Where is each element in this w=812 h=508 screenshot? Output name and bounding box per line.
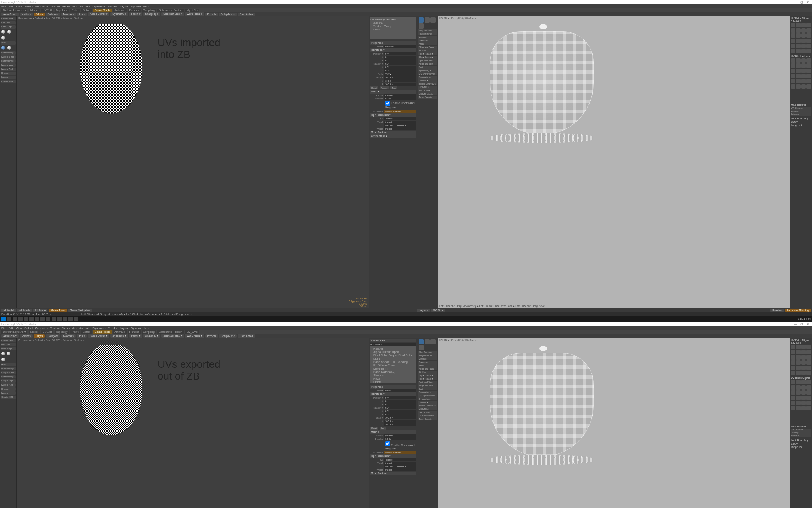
rot-x[interactable]: 0.0° [384,406,416,409]
align-icon[interactable] [806,84,811,89]
align-icon[interactable] [806,401,811,405]
align-icon[interactable] [801,396,806,400]
menu-layout[interactable]: Layout [120,327,129,330]
uvchecker-btn[interactable]: UV-Checker [791,429,811,432]
layout-tab-scripting[interactable]: Scripting [142,330,156,334]
matcap-ball-d[interactable] [1,46,5,50]
align-icon[interactable] [796,39,801,43]
morph-fld[interactable]: (none) [384,462,416,465]
layout-tab-scripting[interactable]: Scripting [142,9,156,12]
bb-right[interactable]: Items and Shading [785,309,811,312]
uvtool-atlas[interactable]: Atlas [418,364,437,367]
align-icon[interactable] [801,366,806,370]
uvtool-fliprotate[interactable]: Flip ▾ Rotate ▾ [418,374,437,377]
align-icon[interactable] [801,360,806,365]
align-icon[interactable] [796,58,801,63]
lockb-hdr[interactable]: Lock Boundary [791,439,811,442]
add-morph-btn[interactable]: Add Morph Influence [384,124,416,127]
uvtool-utilities[interactable]: Utilities ▾ [418,401,437,404]
menu-texture[interactable]: Texture [50,327,60,330]
layout-tab-topology[interactable]: Topology [55,330,69,334]
menu-system[interactable]: System [131,327,141,330]
layout-tab-schematicfusion[interactable]: Schematic Fusion [157,9,184,12]
align-icon[interactable] [806,345,811,349]
align-icon[interactable] [806,33,811,38]
properties-panel-bottom[interactable]: Shader Tree Add Layer ▾ RenderAlpha Outp… [369,338,417,508]
shader-row[interactable]: Shadow [370,374,415,377]
leftpanel-item[interactable]: Morph to Iter (none) [1,371,16,374]
align-icon[interactable] [806,58,811,63]
transform-section[interactable]: Transform ▾ [370,392,416,396]
toolbar-items[interactable]: Items [77,334,87,338]
taskbar-app-icon[interactable] [29,317,34,321]
dissolve-fld[interactable]: 0.0 % [384,437,416,440]
align-icon[interactable] [801,355,806,360]
align-icon[interactable] [796,401,801,405]
bb-tab[interactable]: Game Navigation [68,309,92,312]
layout-tab-topology[interactable]: Topology [55,9,69,12]
add-layer-btn[interactable]: Add Layer ▾ [370,343,416,346]
align-icon[interactable] [791,406,795,410]
tree-item[interactable]: Mesh [370,28,415,31]
align-icon[interactable] [806,28,811,33]
add-morph-btn[interactable]: Add Morph Influence [384,465,416,468]
menu-help[interactable]: Help [143,5,149,8]
toolbar-setupmode[interactable]: Setup Mode [219,13,237,16]
toolbar-setupmode[interactable]: Setup Mode [219,334,237,338]
meshfusion-section[interactable]: Mesh Fusion ▾ [370,131,416,134]
uvtool-selecterroruvs[interactable]: Select Error UVs [418,404,437,407]
align-icon[interactable] [796,371,801,375]
menu-geometry[interactable]: Geometry [35,327,48,330]
close-button[interactable]: ✕ [805,322,811,326]
align-icon[interactable] [791,396,795,400]
atlas-icon[interactable] [430,339,436,344]
align-icon[interactable] [796,380,801,384]
scale-z[interactable]: 100.0 % [384,423,416,426]
rot-y[interactable]: 0.0° [384,66,416,69]
toolbar-presets[interactable]: Presets [205,13,218,16]
align-icon[interactable] [806,49,811,53]
align-icon[interactable] [801,79,806,83]
uv-fld[interactable]: Texture [384,117,416,120]
uv-tools-column-top[interactable]: Map TexturesProject Items HereUnwrapSatu… [417,16,438,308]
uv-viewport-label[interactable]: UV 2D ▾ UDIM (U16) Wireframe [439,339,476,342]
align-icon[interactable] [796,69,801,73]
taskbar-app-icon[interactable] [74,317,78,321]
layout-tab-model[interactable]: Model [29,9,40,12]
layoutbar-left[interactable]: Default Layouts ▾ ModelUVEditTopologyPai… [0,8,812,12]
toolbar-edges[interactable]: Edges [34,334,45,338]
angle-value[interactable]: 40.0 [1,41,16,45]
viewport-uv-bottom[interactable]: UV 2D ▾ UDIM (U16) Wireframe Left Click … [438,338,790,508]
uvtool-fituvs[interactable]: Fit UVs [418,49,437,52]
align-icon[interactable] [806,385,811,390]
matcap-ball[interactable] [7,352,10,355]
imageink-hdr[interactable]: Image Ink [791,446,811,448]
leftpanel-item[interactable]: Create New Vertex Map [1,339,16,342]
enable-cmd-regions-check[interactable] [385,441,390,446]
uv-aligners-panel-bottom[interactable]: UV Extra Aligns & Moves UV Block Aligner… [790,338,812,508]
align-icon[interactable] [791,355,795,360]
menu-file[interactable]: File [1,327,6,330]
rot-z[interactable]: 0.0° [384,69,416,72]
align-icon[interactable] [806,371,811,375]
uvchecker-btn[interactable]: UV-Checker [791,107,811,110]
taskbar-app-icon[interactable] [40,317,45,321]
scale-x[interactable]: 100.0 % [384,416,416,419]
taskbar-app-icon[interactable] [46,317,50,321]
taskbar-app-icon[interactable] [24,317,28,321]
align-icon[interactable] [791,39,795,43]
morph-fld[interactable]: (none) [384,121,416,124]
uvtool-fituvs[interactable]: Fit UVs [418,371,437,374]
tree-item[interactable]: Texture Group [370,24,415,28]
align-icon[interactable] [796,44,801,48]
menu-edit[interactable]: Edit [9,5,14,8]
align-icon[interactable] [806,380,811,384]
bb-mid[interactable]: GO Time [431,309,445,312]
pos-x[interactable]: 0 m [384,396,416,399]
align-icon[interactable] [791,79,795,83]
toolbar-snapping[interactable]: Snapping ▾ [143,334,161,338]
shader-row[interactable]: Light [370,357,415,360]
toolbar-dropaction[interactable]: Drop Action [238,334,255,338]
align-icon[interactable] [791,385,795,390]
rot-z[interactable]: 0.0° [384,413,416,416]
